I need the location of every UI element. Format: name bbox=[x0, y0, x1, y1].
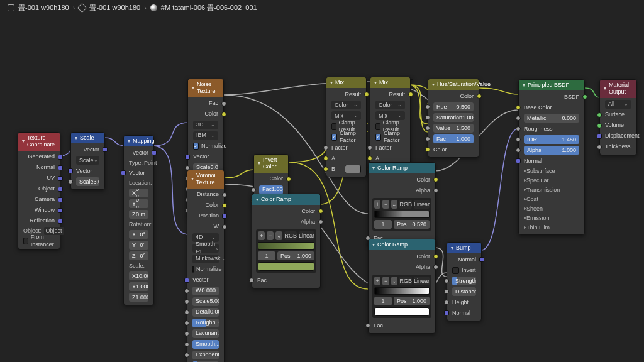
chevron-right-icon: › bbox=[144, 4, 147, 13]
voronoi-feat[interactable]: Smooth F1 bbox=[192, 244, 219, 253]
node-color-ramp-2[interactable]: Color Ramp Color Alpha +−⌄RGBLinear 1Pos… bbox=[368, 162, 436, 246]
scale-x[interactable]: X10.000 bbox=[129, 272, 148, 280]
rot-y[interactable]: Y0° bbox=[129, 241, 148, 250]
out-reflection: Reflection bbox=[30, 217, 55, 224]
out-normal: Normal bbox=[36, 164, 55, 171]
in-vector: Vector bbox=[76, 168, 92, 175]
ramp-del[interactable]: − bbox=[267, 231, 274, 240]
rot-z[interactable]: Z0° bbox=[129, 251, 148, 260]
ramp-color[interactable] bbox=[258, 262, 314, 271]
loc-x[interactable]: X0 m bbox=[129, 189, 148, 197]
out-object: Object bbox=[38, 185, 55, 192]
ramp-gradient[interactable] bbox=[258, 242, 314, 250]
scale-z[interactable]: Z1.000 bbox=[129, 293, 148, 302]
scale-value[interactable]: Scale3.000 bbox=[76, 177, 99, 186]
out-vector: Vector bbox=[132, 150, 148, 156]
from-instancer-checkbox[interactable]: From Instancer bbox=[23, 234, 55, 248]
node-principled-bsdf[interactable]: Principled BSDF BSDF Base Color Metallic… bbox=[518, 79, 585, 235]
out-camera: Camera bbox=[35, 196, 55, 203]
node-hsv[interactable]: Hue/Saturation/Value Color Hue0.500 Satu… bbox=[428, 79, 479, 158]
normalize-checkbox[interactable]: ✓Normalize bbox=[193, 143, 218, 150]
node-bump[interactable]: Bump Normal Invert Strength0.200 Distanc… bbox=[447, 242, 482, 321]
node-header[interactable]: Color Ramp bbox=[252, 194, 320, 205]
node-header[interactable]: Invert Color bbox=[254, 155, 288, 173]
invert-fac[interactable]: Fac1.000 bbox=[259, 185, 283, 194]
chevron-right-icon: › bbox=[73, 4, 75, 13]
material-icon bbox=[150, 4, 157, 11]
out-fac: Fac bbox=[209, 100, 218, 107]
node-color-ramp-3[interactable]: Color Ramp Color Alpha +−⌄RGBLinear 1Pos… bbox=[368, 239, 436, 334]
node-header[interactable]: Mix bbox=[326, 77, 366, 88]
node-header[interactable]: Scale bbox=[71, 133, 104, 143]
normalize-checkbox[interactable]: Normalize bbox=[192, 266, 219, 273]
out-window: Window bbox=[35, 207, 55, 214]
node-scale[interactable]: Scale Vector Scale Vector Scale3.000 bbox=[70, 132, 105, 190]
out-vector: Vector bbox=[83, 146, 99, 153]
node-mapping[interactable]: Mapping Vector Type: Point Vector Locati… bbox=[123, 135, 154, 305]
loc-z[interactable]: Z0 m bbox=[129, 210, 148, 219]
mapping-type[interactable]: Point bbox=[144, 160, 157, 167]
node-voronoi-texture[interactable]: Voronoi Texture Distance Color Position … bbox=[187, 170, 225, 362]
object-icon bbox=[8, 4, 14, 11]
ramp-add[interactable]: + bbox=[258, 231, 265, 240]
node-material-output[interactable]: Material Output All Surface Volume Displ… bbox=[599, 79, 637, 155]
node-header[interactable]: Noise Texture bbox=[188, 79, 223, 97]
node-color-ramp-1[interactable]: Color Ramp Color Alpha +−⌄RGBLinear 1Pos… bbox=[252, 194, 321, 288]
noise-type[interactable]: fBM bbox=[193, 131, 218, 140]
loc-y[interactable]: Y0 m bbox=[129, 199, 148, 208]
voronoi-metric[interactable]: Minkowski bbox=[192, 255, 219, 263]
breadcrumb: 畳-001 w90h180 › 畳-001 w90h180 › #M tatam… bbox=[8, 4, 257, 13]
rot-x[interactable]: X0° bbox=[129, 230, 148, 239]
node-header[interactable]: Mapping bbox=[124, 136, 153, 146]
bc-material[interactable]: #M tatami-006 畳-006-002_001 bbox=[161, 4, 257, 13]
bc-mesh[interactable]: 畳-001 w90h180 bbox=[89, 4, 140, 13]
node-texture-coordinate[interactable]: Texture Coordinate Generated Normal UV O… bbox=[18, 132, 60, 250]
out-uv: UV bbox=[47, 175, 55, 182]
noise-dim[interactable]: 3D bbox=[193, 121, 218, 129]
node-header[interactable]: Texture Coordinate bbox=[18, 133, 60, 151]
out-generated: Generated bbox=[28, 153, 55, 160]
mesh-icon bbox=[77, 3, 87, 13]
bc-object[interactable]: 畳-001 w90h180 bbox=[18, 4, 69, 13]
scale-mode[interactable]: Scale bbox=[76, 156, 99, 165]
node-header[interactable]: Voronoi Texture bbox=[187, 170, 224, 189]
node-mix-1[interactable]: Mix Result Color Mix Clamp Result ✓Clamp… bbox=[326, 77, 367, 177]
scale-y[interactable]: Y1.000 bbox=[129, 282, 148, 291]
out-color: Color bbox=[204, 111, 218, 118]
